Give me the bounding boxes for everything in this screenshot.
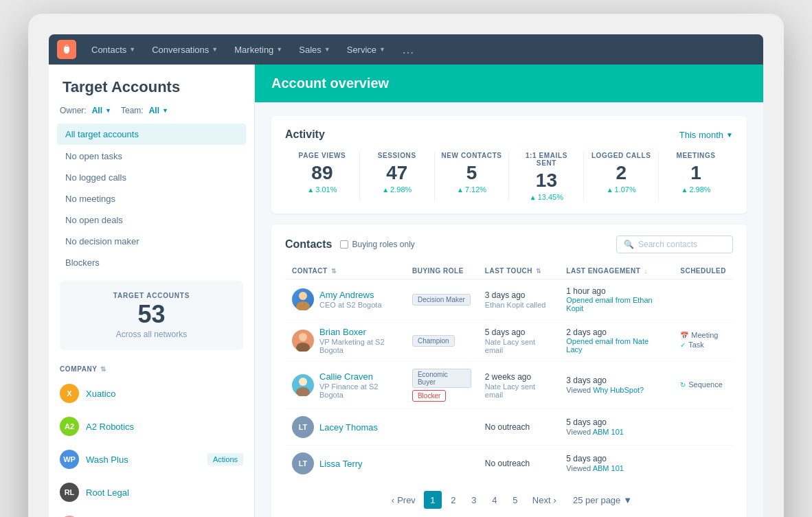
nav-more[interactable]: … [395, 38, 421, 61]
scheduled-cell [673, 279, 733, 320]
tab-no-open-deals[interactable]: No open deals [57, 210, 246, 230]
meeting-icon: 📅 [680, 332, 688, 339]
sidebar-filters: Owner: All ▼ Team: All ▼ [49, 106, 254, 124]
contact-name[interactable]: Brian Boxer [319, 327, 398, 337]
sidebar-tab-list: All target accounts No open tasks No log… [49, 124, 254, 273]
buying-role-cell: Economic Buyer Blocker [405, 362, 478, 409]
per-page-select[interactable]: 25 per page ▼ [573, 495, 632, 505]
activity-stats: PAGE VIEWS 89 ▲ 3.01% SESSIONS 47 [285, 152, 733, 201]
page-1-btn[interactable]: 1 [424, 491, 442, 509]
nav-contacts[interactable]: Contacts ▼ [84, 41, 142, 59]
col-contact[interactable]: CONTACT ⇅ [285, 263, 405, 279]
main-layout: Target Accounts Owner: All ▼ Team: All ▼… [49, 65, 763, 517]
svg-point-6 [296, 387, 310, 396]
tab-no-open-tasks[interactable]: No open tasks [57, 146, 246, 166]
buying-role2-badge: Blocker [412, 390, 446, 402]
nav-bar: Contacts ▼ Conversations ▼ Marketing ▼ S… [49, 34, 763, 65]
contact-sort-icon: ⇅ [331, 268, 337, 275]
contact-name[interactable]: Lacey Thomas [319, 422, 378, 433]
nav-service[interactable]: Service ▼ [340, 41, 392, 59]
scheduled-task: ✓ Task [680, 341, 726, 349]
contact-title: VP Marketing at S2 Bogota [319, 338, 398, 354]
svg-point-4 [296, 343, 310, 352]
scheduled-cell [673, 446, 733, 482]
nav-sales[interactable]: Sales ▼ [292, 41, 337, 59]
last-touch-cell: 3 days ago Ethan Kopit called [478, 279, 560, 320]
contact-cell: Callie Craven VP Finance at S2 Bogota [285, 362, 405, 409]
company-item-xuatico[interactable]: X Xuatico [49, 377, 254, 410]
task-icon: ✓ [680, 341, 686, 349]
sales-chevron-icon: ▼ [324, 46, 330, 53]
col-last-touch[interactable]: LAST TOUCH ⇅ [478, 263, 560, 279]
contact-name[interactable]: Callie Craven [319, 371, 398, 382]
contact-name[interactable]: Amy Andrews [319, 290, 382, 300]
buying-roles-checkbox[interactable]: Buying roles only [340, 240, 414, 249]
buying-role-cell [405, 446, 478, 482]
panel-header-title: Account overview [271, 76, 747, 91]
stat-meetings: MEETINGS 1 ▲ 2.98% [659, 152, 733, 201]
owner-label: Owner: [60, 106, 87, 115]
nav-conversations[interactable]: Conversations ▼ [145, 41, 225, 59]
up-arrow-icon: ▲ [681, 186, 688, 194]
page-2-btn[interactable]: 2 [444, 491, 462, 509]
tab-no-decision-maker[interactable]: No decision maker [57, 231, 246, 251]
owner-filter-btn[interactable]: All ▼ [92, 106, 111, 115]
engagement-link[interactable]: ABM 101 [593, 428, 624, 436]
next-page-btn[interactable]: Next › [527, 492, 562, 508]
prev-page-btn[interactable]: ‹ Prev [386, 492, 421, 508]
tab-no-meetings[interactable]: No meetings [57, 189, 246, 209]
company-name: Wash Plus [86, 455, 128, 465]
up-arrow-icon: ▲ [457, 186, 464, 194]
panel-header: Account overview [255, 65, 763, 102]
up-arrow-icon: ▲ [382, 186, 389, 194]
service-chevron-icon: ▼ [379, 46, 385, 53]
contact-name[interactable]: Lissa Terry [319, 459, 363, 469]
page-5-btn[interactable]: 5 [506, 491, 524, 509]
amy-avatar [292, 288, 314, 310]
tab-no-logged-calls[interactable]: No logged calls [57, 168, 246, 187]
last-engagement-cell: 3 days ago Viewed Why HubSpot? [559, 362, 673, 409]
time-filter-btn[interactable]: This month ▼ [679, 130, 733, 140]
panel-content: Activity This month ▼ PAGE VIEWS 89 [255, 102, 763, 517]
up-arrow-icon: ▲ [530, 194, 537, 201]
contact-cell: Brian Boxer VP Marketing at S2 Bogota [285, 320, 405, 362]
contact-cell: Amy Andrews CEO at S2 Bogota [285, 279, 405, 320]
page-4-btn[interactable]: 4 [486, 491, 504, 509]
ta-label: TARGET ACCOUNTS [71, 292, 232, 299]
up-arrow-icon: ▲ [307, 186, 314, 194]
ta-sub: Across all networks [71, 330, 232, 339]
tab-all-target-accounts[interactable]: All target accounts [57, 124, 246, 145]
company-sort-icon[interactable]: ⇅ [100, 365, 106, 373]
team-chevron-icon: ▼ [162, 107, 168, 114]
ta-number: 53 [71, 302, 232, 327]
tab-blockers[interactable]: Blockers [57, 253, 246, 273]
contacts-section: Contacts Buying roles only 🔍 Search cont… [271, 225, 747, 517]
contact-title: CEO at S2 Bogota [319, 301, 382, 309]
next-arrow-icon: › [554, 495, 556, 505]
company-item-webappliances[interactable]: WA Webb Appliances [49, 509, 254, 517]
col-buying-role: BUYING ROLE [405, 263, 478, 279]
activity-section: Activity This month ▼ PAGE VIEWS 89 [271, 116, 747, 214]
lasttouch-sort-icon: ⇅ [536, 268, 542, 275]
scheduled-cell [673, 409, 733, 446]
page-3-btn[interactable]: 3 [465, 491, 483, 509]
rootlegal-avatar: RL [60, 483, 79, 502]
lacey-avatar: LT [292, 416, 314, 438]
screen: Contacts ▼ Conversations ▼ Marketing ▼ S… [49, 34, 763, 517]
last-engagement-cell: 5 days ago Viewed ABM 101 [559, 409, 673, 446]
col-last-engagement[interactable]: LAST ENGAGEMENT ↓ [559, 263, 673, 279]
engagement-link[interactable]: Why HubSpot? [593, 386, 644, 394]
search-contacts-input[interactable]: 🔍 Search contacts [616, 235, 733, 253]
up-arrow-icon: ▲ [607, 186, 613, 194]
engagement-link[interactable]: ABM 101 [593, 464, 624, 472]
team-filter-btn[interactable]: All ▼ [149, 106, 168, 115]
laptop-frame: Contacts ▼ Conversations ▼ Marketing ▼ S… [28, 14, 784, 517]
contacts-table: CONTACT ⇅ BUYING ROLE LAST TOUCH ⇅ [285, 263, 733, 481]
company-item-washplus[interactable]: WP Wash Plus Actions [49, 443, 254, 476]
table-row: LT Lissa Terry No outreach [285, 446, 733, 482]
company-item-a2robotics[interactable]: A2 A2 Robotics [49, 410, 254, 443]
contacts-title: Contacts [285, 238, 332, 251]
nav-marketing[interactable]: Marketing ▼ [227, 41, 289, 59]
company-item-rootlegal[interactable]: RL Root Legal [49, 476, 254, 509]
actions-badge: Actions [207, 453, 243, 466]
